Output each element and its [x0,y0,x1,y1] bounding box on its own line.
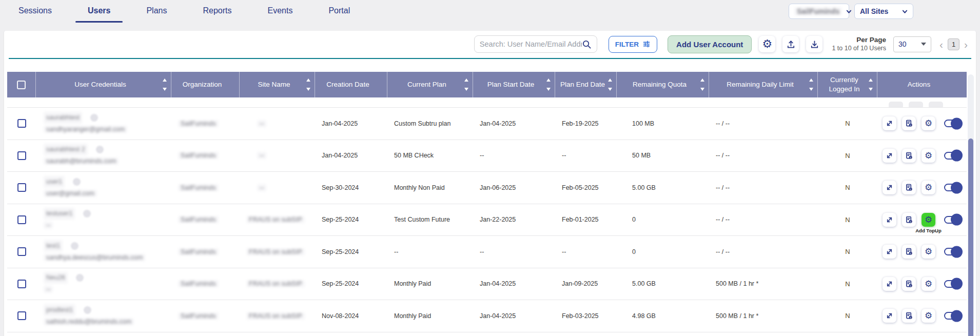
filter-button[interactable]: FILTER [609,36,657,53]
sort-arrows[interactable] [306,72,310,97]
expand-user-button[interactable] [883,309,896,323]
row-checkbox[interactable] [17,183,26,192]
column-header[interactable]: Plan Start Date [473,72,555,97]
upload-button[interactable] [782,36,799,52]
column-header[interactable]: Plan End Date [555,72,617,97]
user-enabled-toggle[interactable] [944,120,962,127]
sort-desc-icon[interactable] [809,88,813,91]
user-settings-button[interactable]: ⚙ [922,149,935,163]
sort-desc-icon[interactable] [464,88,468,91]
plan-details-button[interactable]: i [902,277,916,291]
user-info-icon[interactable] [73,178,81,186]
row-checkbox[interactable] [17,247,26,256]
column-header[interactable]: Actions [877,72,967,97]
download-button[interactable] [806,36,822,52]
user-settings-button[interactable]: ⚙ [922,245,935,259]
expand-user-button[interactable] [883,277,896,291]
sort-asc-icon[interactable] [546,78,551,82]
expand-user-button[interactable] [883,181,896,194]
user-enabled-toggle[interactable] [944,312,962,320]
column-header[interactable]: Site Name [240,72,315,97]
plan-details-button[interactable]: i [902,149,916,163]
scrollbar-thumb[interactable] [968,139,973,336]
vertical-scrollbar[interactable] [968,74,974,336]
sort-asc-icon[interactable] [163,78,167,82]
user-enabled-toggle[interactable] [944,280,962,288]
user-info-icon[interactable] [90,114,98,122]
sort-arrows[interactable] [809,72,813,97]
sort-desc-icon[interactable] [700,88,704,91]
user-settings-button[interactable]: ⚙ [922,116,935,130]
row-checkbox[interactable] [17,311,26,320]
column-header[interactable]: Organization [171,72,240,97]
tab-portal[interactable]: Portal [325,4,353,23]
select-all-checkbox[interactable] [17,81,26,89]
row-checkbox[interactable] [17,119,26,128]
user-settings-button[interactable]: ⚙ [922,277,935,291]
add-topup-button[interactable]: ⚙Add TopUp [922,213,935,227]
row-checkbox[interactable] [17,280,26,288]
organization-dropdown[interactable]: SailFuminds [789,4,849,19]
row-checkbox[interactable] [17,215,26,224]
column-header[interactable]: Remaining Quota [617,72,709,97]
plan-details-button[interactable]: i [902,213,916,227]
search-icon[interactable] [582,39,592,49]
sort-desc-icon[interactable] [163,88,167,91]
expand-user-button[interactable] [883,116,896,130]
user-enabled-toggle[interactable] [944,248,962,255]
sites-dropdown[interactable]: All Sites [854,4,913,19]
user-enabled-toggle[interactable] [944,152,962,160]
expand-user-button[interactable] [883,245,896,259]
add-user-account-button[interactable]: Add User Account [668,35,752,53]
sort-arrows[interactable] [464,72,468,97]
sort-arrows[interactable] [700,72,704,97]
sort-desc-icon[interactable] [869,88,873,91]
user-info-icon[interactable] [76,274,84,282]
next-page-button[interactable]: › [963,39,969,50]
user-settings-button[interactable]: ⚙ [922,181,935,194]
sort-asc-icon[interactable] [306,78,310,82]
tab-plans[interactable]: Plans [143,4,170,23]
per-page-select[interactable]: 30 [893,36,931,52]
sort-asc-icon[interactable] [464,78,468,82]
tab-events[interactable]: Events [264,4,296,23]
column-header[interactable]: Currently Logged In [818,72,877,97]
column-header[interactable]: Creation Date [315,72,387,97]
tab-sessions[interactable]: Sessions [15,4,55,23]
tab-reports[interactable]: Reports [200,4,234,23]
column-header-label: Plan End Date [560,80,605,89]
sort-asc-icon[interactable] [869,78,873,82]
search-input[interactable] [480,40,582,48]
user-info-icon[interactable] [84,306,91,314]
user-info-icon[interactable] [71,242,79,250]
column-header[interactable]: User Credentials [36,72,171,97]
user-info-icon[interactable] [83,210,91,218]
sort-asc-icon[interactable] [608,78,612,82]
plan-details-button[interactable]: i [902,181,916,194]
user-settings-button[interactable]: ⚙ [922,309,935,323]
expand-user-button[interactable] [883,213,896,227]
row-checkbox[interactable] [17,151,26,160]
sort-asc-icon[interactable] [700,78,704,82]
user-info-icon[interactable] [96,146,104,153]
sort-desc-icon[interactable] [306,88,310,91]
table-settings-button[interactable]: ⚙ [759,36,775,52]
sort-arrows[interactable] [869,72,873,97]
plan-details-button[interactable]: i [902,116,916,130]
expand-user-button[interactable] [883,149,896,163]
plan-details-button[interactable]: i [902,309,916,323]
sort-arrows[interactable] [163,72,167,97]
tab-users[interactable]: Users [85,4,113,23]
prev-page-button[interactable]: ‹ [938,39,944,50]
plan-details-button[interactable]: i [902,245,916,259]
user-enabled-toggle[interactable] [944,184,962,191]
sort-desc-icon[interactable] [608,88,612,91]
page-number[interactable]: 1 [948,38,959,50]
column-header[interactable]: Remaining Daily Limit [709,72,818,97]
sort-asc-icon[interactable] [809,78,813,82]
column-header[interactable]: Current Plan [387,72,473,97]
sort-arrows[interactable] [546,72,551,97]
sort-desc-icon[interactable] [546,88,551,91]
sort-arrows[interactable] [608,72,612,97]
user-enabled-toggle[interactable] [944,216,962,224]
